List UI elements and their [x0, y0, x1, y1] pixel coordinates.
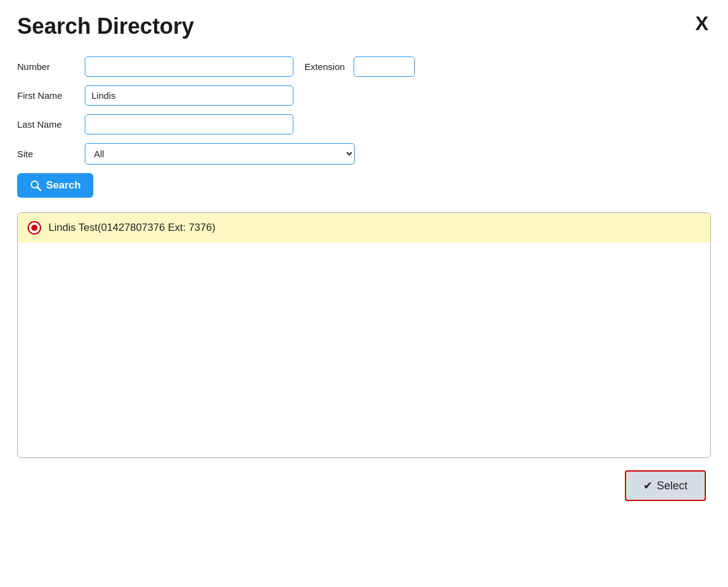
firstname-input[interactable]: [85, 85, 293, 106]
lastname-input[interactable]: [85, 114, 293, 134]
result-item-label: Lindis Test(01427807376 Ext: 7376): [48, 222, 215, 234]
dialog-header: Search Directory X: [17, 14, 711, 39]
extension-label: Extension: [304, 61, 345, 72]
dialog-footer: ✔ Select: [17, 470, 711, 501]
list-item[interactable]: Lindis Test(01427807376 Ext: 7376): [18, 213, 710, 243]
close-button[interactable]: X: [693, 14, 711, 33]
search-form: Number Extension First Name Last Name Si…: [17, 56, 711, 198]
site-select[interactable]: All Site 1 Site 2: [85, 143, 355, 165]
checkmark-icon: ✔: [643, 479, 652, 492]
firstname-row: First Name: [17, 85, 711, 106]
extension-input[interactable]: [354, 56, 415, 77]
select-button[interactable]: ✔ Select: [625, 470, 706, 501]
search-directory-dialog: Search Directory X Number Extension Firs…: [0, 0, 728, 587]
site-row: Site All Site 1 Site 2: [17, 143, 711, 165]
number-label: Number: [17, 61, 85, 72]
radio-dot: [31, 225, 37, 231]
dialog-title: Search Directory: [17, 14, 194, 39]
search-button-label: Search: [46, 179, 81, 192]
site-label: Site: [17, 149, 85, 159]
number-input[interactable]: [85, 56, 293, 77]
lastname-label: Last Name: [17, 119, 85, 130]
svg-line-1: [37, 187, 41, 191]
number-extension-row: Number Extension: [17, 56, 711, 77]
lastname-row: Last Name: [17, 114, 711, 134]
result-radio-button[interactable]: [28, 221, 41, 235]
results-list: Lindis Test(01427807376 Ext: 7376): [17, 212, 711, 458]
firstname-label: First Name: [17, 90, 85, 101]
search-icon: [29, 179, 42, 192]
search-button[interactable]: Search: [17, 173, 93, 198]
select-button-label: Select: [657, 480, 687, 492]
